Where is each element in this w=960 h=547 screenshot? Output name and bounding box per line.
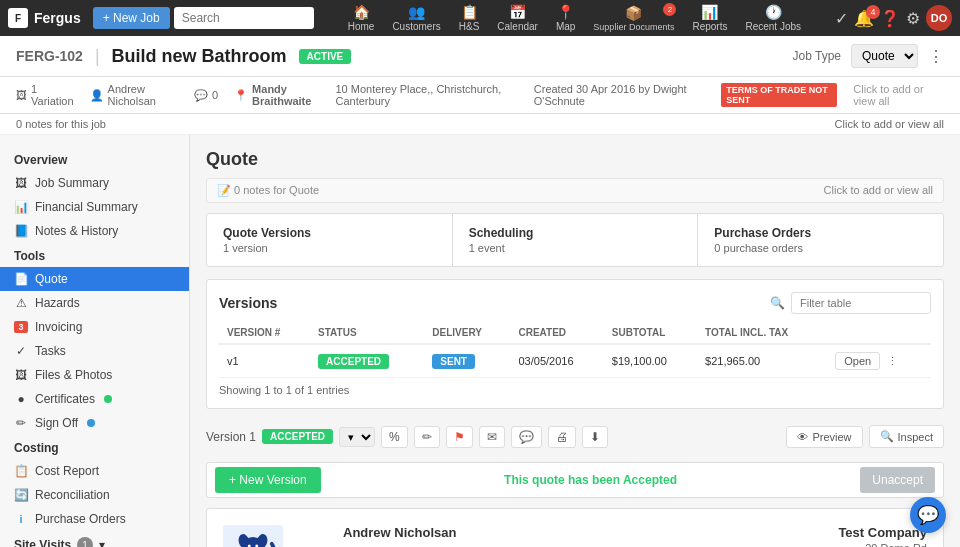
- scheduling-card[interactable]: Scheduling 1 event: [453, 214, 699, 266]
- preview-label: Preview: [812, 431, 851, 443]
- print-icon-btn[interactable]: 🖨: [548, 426, 576, 448]
- job-type-label: Job Type: [793, 49, 841, 63]
- inspect-button[interactable]: 🔍 Inspect: [869, 425, 944, 448]
- sidebar-item-purchase-orders[interactable]: i Purchase Orders: [0, 507, 189, 531]
- user-item[interactable]: 👤 Andrew Nicholsan: [90, 83, 178, 107]
- bell-icon-btn[interactable]: 🔔 4: [854, 9, 874, 28]
- sidebar-item-notes-history[interactable]: 📘 Notes & History: [0, 219, 189, 243]
- nav-has[interactable]: 📋 H&S: [451, 2, 488, 34]
- settings-icon-btn[interactable]: ⚙: [906, 9, 920, 28]
- purchase-orders-card[interactable]: Purchase Orders 0 purchase orders: [698, 214, 943, 266]
- row-more-icon[interactable]: ⋮: [887, 355, 898, 367]
- row-subtotal: $19,100.00: [604, 344, 697, 378]
- col-status: STATUS: [310, 322, 424, 344]
- more-menu-button[interactable]: ⋮: [928, 47, 944, 66]
- sidebar-item-files-photos[interactable]: 🖼 Files & Photos: [0, 363, 189, 387]
- version-dropdown[interactable]: ▾: [339, 427, 375, 447]
- row-created: 03/05/2016: [510, 344, 603, 378]
- site-visits-title: Site Visits: [14, 538, 71, 547]
- unaccept-button[interactable]: Unaccept: [860, 467, 935, 493]
- site-visits-header[interactable]: Site Visits 1 ▾: [0, 531, 189, 547]
- row-delivery: SENT: [424, 344, 510, 378]
- nav-customers[interactable]: 👥 Customers: [384, 2, 448, 34]
- edit-icon-btn[interactable]: ✏: [414, 426, 440, 448]
- nav-has-label: H&S: [459, 21, 480, 32]
- variations-text: 1 Variation: [31, 83, 74, 107]
- terms-badge[interactable]: TERMS OF TRADE NOT SENT: [721, 83, 837, 107]
- preview-button[interactable]: 👁 Preview: [786, 426, 862, 448]
- scheduling-card-value: 1 event: [469, 242, 682, 254]
- nav-recent-jobs[interactable]: 🕐 Recent Jobs: [737, 2, 809, 34]
- percent-icon-btn[interactable]: %: [381, 426, 408, 448]
- quote-preview: Fergus Andrew Nicholsan 11 Anderson Grov…: [206, 508, 944, 547]
- site-visits-count: 1: [77, 537, 93, 547]
- sidebar-item-reconciliation[interactable]: 🔄 Reconciliation: [0, 483, 189, 507]
- client-location-item[interactable]: 📍 Mandy Braithwaite 10 Monterey Place,, …: [234, 83, 518, 107]
- download-icon-btn[interactable]: ⬇: [582, 426, 608, 448]
- nav-home[interactable]: 🏠 Home: [340, 2, 383, 34]
- variations-item[interactable]: 🖼 1 Variation: [16, 83, 74, 107]
- new-job-button[interactable]: + New Job: [93, 7, 170, 29]
- sidebar-item-certificates[interactable]: ● Certificates: [0, 387, 189, 411]
- sidebar-item-cost-report[interactable]: 📋 Cost Report: [0, 459, 189, 483]
- sub-header: 🖼 1 Variation 👤 Andrew Nicholsan 💬 0 📍 M…: [0, 77, 960, 114]
- avatar[interactable]: DO: [926, 5, 952, 31]
- nav-reports[interactable]: 📊 Reports: [684, 2, 735, 34]
- click-to-view[interactable]: Click to add or view all: [853, 83, 944, 107]
- click-all-notes[interactable]: Click to add or view all: [835, 118, 944, 130]
- check-icon-btn[interactable]: ✓: [835, 9, 848, 28]
- supplier-badge: 2: [663, 3, 676, 16]
- user-name: Andrew Nicholsan: [108, 83, 178, 107]
- sidebar-item-hazards[interactable]: ⚠ Hazards: [0, 291, 189, 315]
- content-title: Quote: [206, 149, 944, 170]
- flag-icon-btn[interactable]: ⚑: [446, 426, 473, 448]
- sidebar-item-invoicing[interactable]: 3 Invoicing: [0, 315, 189, 339]
- nav-map[interactable]: 📍 Map: [548, 2, 583, 34]
- company-addr1: 20 Demo Rd: [675, 540, 927, 547]
- invoicing-icon: 3: [14, 321, 28, 333]
- table-search-input[interactable]: [791, 292, 931, 314]
- quote-versions-card[interactable]: Quote Versions 1 version: [207, 214, 453, 266]
- chat-icon-btn[interactable]: 💬: [511, 426, 542, 448]
- comment-item[interactable]: 💬 0: [194, 89, 218, 102]
- sidebar-item-purchase-orders-label: Purchase Orders: [35, 512, 126, 526]
- nav-right: ✓ 🔔 4 ❓ ⚙ DO: [835, 5, 952, 31]
- logo-text: Fergus: [34, 10, 81, 26]
- sidebar-item-sign-off[interactable]: ✏ Sign Off: [0, 411, 189, 435]
- files-photos-icon: 🖼: [14, 368, 28, 382]
- search-input[interactable]: [174, 7, 314, 29]
- email-icon-btn[interactable]: ✉: [479, 426, 505, 448]
- nav-map-label: Map: [556, 21, 575, 32]
- sidebar-item-quote[interactable]: 📄 Quote: [0, 267, 189, 291]
- job-type-select[interactable]: Quote: [851, 44, 918, 68]
- versions-section-title: Versions: [219, 295, 277, 311]
- sidebar-item-financial-summary[interactable]: 📊 Financial Summary: [0, 195, 189, 219]
- sign-off-icon: ✏: [14, 416, 28, 430]
- tasks-icon: ✓: [14, 344, 28, 358]
- sidebar-item-tasks[interactable]: ✓ Tasks: [0, 339, 189, 363]
- comment-count: 0: [212, 89, 218, 101]
- sidebar-item-job-summary[interactable]: 🖼 Job Summary: [0, 171, 189, 195]
- click-to-add-notes[interactable]: Click to add or view all: [824, 184, 933, 197]
- app-logo[interactable]: F Fergus: [8, 8, 81, 28]
- customers-icon: 👥: [408, 4, 425, 20]
- new-version-button[interactable]: + New Version: [215, 467, 321, 493]
- tools-title: Tools: [0, 243, 189, 267]
- versions-table: VERSION # STATUS DELIVERY CREATED SUBTOT…: [219, 322, 931, 378]
- top-navigation: F Fergus + New Job 🏠 Home 👥 Customers 📋 …: [0, 0, 960, 36]
- version-label: Version 1: [206, 430, 256, 444]
- chat-bubble-button[interactable]: 💬: [910, 497, 946, 533]
- sidebar-item-financial-summary-label: Financial Summary: [35, 200, 138, 214]
- sidebar-item-sign-off-label: Sign Off: [35, 416, 78, 430]
- header-separator: |: [95, 46, 100, 67]
- job-ref: FERG-102: [16, 48, 83, 64]
- quote-meta-section: Test Company 20 Demo Rd Auckland Central…: [675, 525, 927, 547]
- row-version: v1: [219, 344, 310, 378]
- open-version-button[interactable]: Open: [835, 352, 880, 370]
- versions-header: Versions 🔍: [219, 292, 931, 314]
- nav-supplier[interactable]: 📦 2 Supplier Documents: [585, 3, 682, 34]
- accepted-status-badge: ACCEPTED: [318, 354, 389, 369]
- help-icon-btn[interactable]: ❓: [880, 9, 900, 28]
- calendar-icon: 📅: [509, 4, 526, 20]
- nav-calendar[interactable]: 📅 Calendar: [489, 2, 546, 34]
